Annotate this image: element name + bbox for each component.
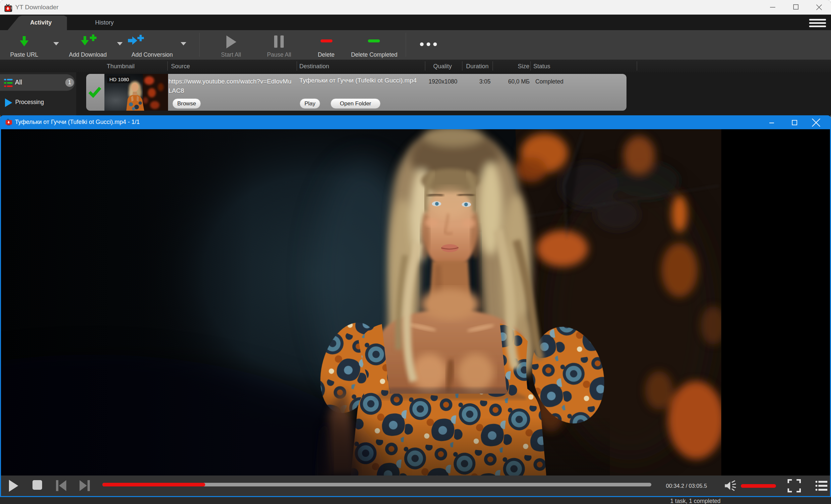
svg-text:HD 1080: HD 1080 bbox=[109, 77, 129, 82]
